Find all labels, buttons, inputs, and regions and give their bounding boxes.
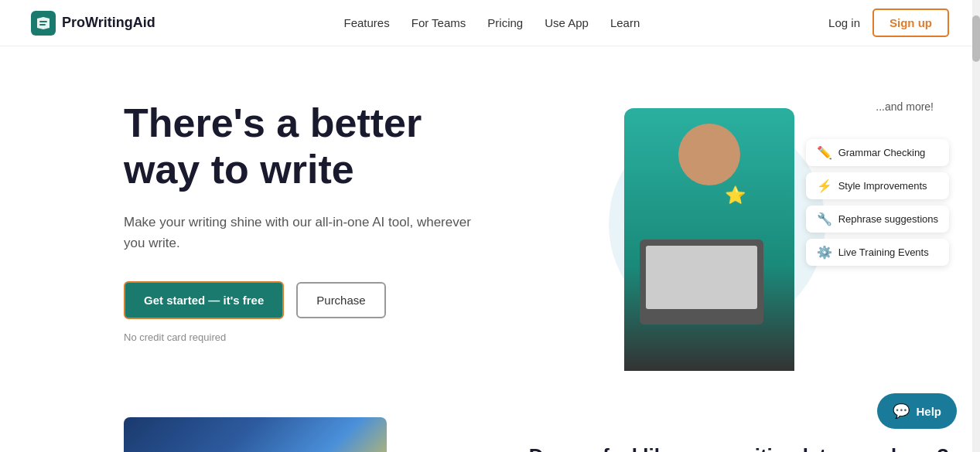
person-illustration	[624, 108, 794, 371]
signup-button[interactable]: Sign up	[872, 8, 949, 37]
laptop-shape	[640, 240, 763, 325]
scroll-thumb[interactable]	[972, 15, 980, 62]
badge-rephrase-label: Rephrase suggestions	[838, 213, 938, 225]
sparkle-icon: ⭐	[725, 185, 746, 206]
and-more-text: ...and more!	[876, 100, 934, 113]
hero-content: There's a better way to write Make your …	[124, 93, 480, 343]
help-label: Help	[916, 405, 941, 418]
style-icon: ⚡	[817, 178, 832, 193]
hero-section: There's a better way to write Make your …	[0, 46, 980, 402]
login-link[interactable]: Log in	[828, 16, 860, 29]
help-bubble[interactable]: 💬 Help	[877, 393, 957, 429]
hero-title: There's a better way to write	[124, 100, 480, 193]
logo[interactable]: ProWritingAid	[31, 11, 155, 36]
badge-style-label: Style Improvements	[838, 180, 927, 192]
nav-link-learn[interactable]: Learn	[610, 16, 640, 29]
laptop-screen	[646, 246, 757, 309]
hero-image: ⭐ ...and more! ✏️ Grammar Checking ⚡ Sty…	[562, 93, 949, 371]
nav-link-pricing[interactable]: Pricing	[487, 16, 523, 29]
badge-rephrase: 🔧 Rephrase suggestions	[806, 206, 949, 233]
grammar-icon: ✏️	[817, 145, 832, 160]
hero-buttons: Get started — it's free Purchase	[124, 281, 480, 319]
logo-text: ProWritingAid	[62, 15, 155, 31]
person-head	[678, 124, 740, 185]
nav-actions: Log in Sign up	[828, 8, 949, 37]
bottom-question: Do you feel like your writing lets you d…	[529, 444, 949, 453]
training-icon: ⚙️	[817, 245, 832, 260]
navbar: ProWritingAid Features For Teams Pricing…	[0, 0, 980, 46]
purchase-button[interactable]: Purchase	[296, 282, 385, 318]
bottom-section: Do you feel like your writing lets you d…	[0, 402, 980, 452]
bottom-image	[124, 417, 387, 452]
nav-links: Features For Teams Pricing Use App Learn	[344, 16, 640, 29]
feature-badges: ✏️ Grammar Checking ⚡ Style Improvements…	[806, 139, 949, 266]
no-credit-text: No credit card required	[124, 331, 480, 343]
nav-link-for-teams[interactable]: For Teams	[411, 16, 466, 29]
badge-grammar-label: Grammar Checking	[838, 147, 926, 158]
badge-training-label: Live Training Events	[838, 246, 929, 258]
get-started-button[interactable]: Get started — it's free	[124, 281, 284, 319]
scrollbar[interactable]	[972, 0, 980, 452]
nav-link-features[interactable]: Features	[344, 16, 390, 29]
nav-link-use-app[interactable]: Use App	[545, 16, 589, 29]
badge-grammar: ✏️ Grammar Checking	[806, 139, 949, 166]
badge-style: ⚡ Style Improvements	[806, 172, 949, 199]
hero-subtitle: Make your writing shine with our all-in-…	[124, 212, 480, 253]
hero-visual: ⭐ ...and more! ✏️ Grammar Checking ⚡ Sty…	[562, 93, 949, 371]
help-icon: 💬	[893, 403, 910, 420]
logo-icon	[31, 11, 56, 36]
rephrase-icon: 🔧	[817, 212, 832, 226]
badge-training: ⚙️ Live Training Events	[806, 239, 949, 266]
